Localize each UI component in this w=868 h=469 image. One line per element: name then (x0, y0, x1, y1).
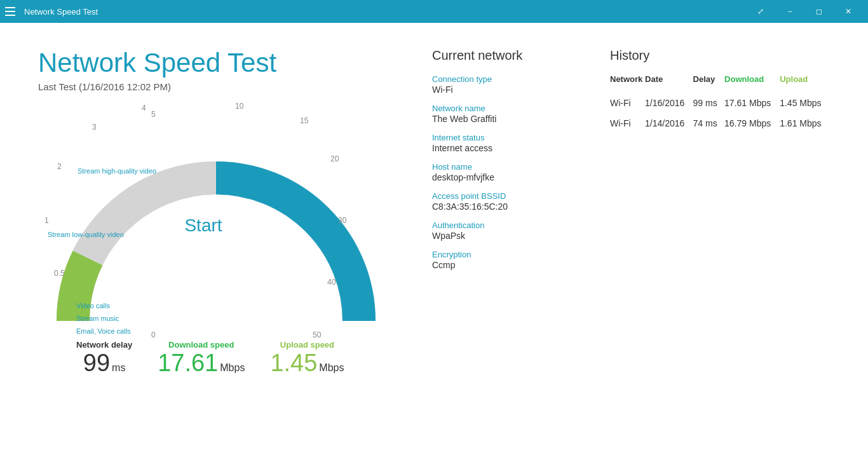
history-row2-upload: 1.61 Mbps (780, 113, 830, 133)
scale-05: 0.5 (54, 269, 65, 278)
scale-15: 15 (300, 116, 308, 125)
stats-row: Network delay 99ms Download speed 17.61M… (38, 340, 413, 377)
col-upload: Upload (780, 74, 830, 90)
delay-value: 99ms (76, 350, 132, 377)
upload-stat: Upload speed 1.45Mbps (270, 340, 344, 377)
titlebar: Network Speed Test ⤢ − ◻ ✕ (0, 0, 868, 23)
download-unit: Mbps (220, 362, 245, 373)
field-network-name-label: Network name (432, 104, 572, 113)
current-network-title: Current network (432, 48, 572, 63)
minimize-button[interactable]: − (775, 0, 804, 23)
upload-label: Upload speed (270, 340, 344, 350)
field-encryption-label: Encryption (432, 250, 572, 259)
gauge-area: 5 10 15 20 30 40 50 4 3 2 1 0.5 0 Stream… (38, 105, 369, 334)
left-panel: Network Speed Test Last Test (1/16/2016 … (38, 48, 413, 450)
field-auth-value: WpaPsk (432, 231, 572, 241)
col-network: Network (610, 74, 645, 90)
delay-label: Network delay (76, 340, 132, 350)
scale-2: 2 (57, 162, 62, 171)
close-button[interactable]: ✕ (834, 0, 863, 23)
field-bssid-label: Access point BSSID (432, 191, 572, 201)
download-label: Download speed (158, 340, 245, 350)
history-row2-network: Wi-Fi (610, 113, 645, 133)
upload-number: 1.45 (270, 350, 317, 376)
scale-1: 1 (44, 216, 49, 225)
field-encryption-value: Ccmp (432, 260, 572, 270)
field-host-name-value: desktop-mfvjfke (432, 172, 572, 182)
history-panel: History Network Date Delay Download Uplo… (610, 48, 830, 450)
titlebar-title: Network Speed Test (24, 7, 746, 17)
field-connection-type-value: Wi-Fi (432, 85, 572, 95)
history-row1-download: 17.61 Mbps (724, 90, 780, 113)
history-row-2: Wi-Fi 1/14/2016 74 ms 16.79 Mbps 1.61 Mb… (610, 113, 830, 133)
app-title: Network Speed Test (38, 48, 413, 78)
history-row1-network: Wi-Fi (610, 90, 645, 113)
field-connection-type-label: Connection type (432, 74, 572, 84)
scale-20: 20 (330, 154, 339, 163)
activity-stream-lq: Stream low-quality video (48, 231, 124, 238)
delay-unit: ms (112, 362, 125, 373)
history-header-row: Network Date Delay Download Upload (610, 74, 830, 90)
scale-3: 3 (92, 123, 97, 132)
col-download: Download (724, 74, 780, 90)
fullscreen-button[interactable]: ⤢ (746, 0, 775, 23)
history-row1-upload: 1.45 Mbps (780, 90, 830, 113)
activity-stream-hq: Stream high-quality video (78, 167, 156, 175)
field-encryption: Encryption Ccmp (432, 250, 572, 270)
field-internet-status-value: Internet access (432, 143, 572, 153)
delay-stat: Network delay 99ms (76, 340, 132, 377)
history-row2-delay: 74 ms (693, 113, 725, 133)
history-row2-download: 16.79 Mbps (724, 113, 780, 133)
field-internet-status-label: Internet status (432, 133, 572, 142)
scale-0: 0 (151, 330, 156, 339)
upload-unit: Mbps (319, 362, 344, 373)
col-delay: Delay (693, 74, 725, 90)
delay-number: 99 (83, 350, 110, 376)
right-side: Current network Connection type Wi-Fi Ne… (413, 48, 830, 450)
scale-30: 30 (338, 216, 346, 225)
field-host-name-label: Host name (432, 162, 572, 172)
last-test: Last Test (1/16/2016 12:02 PM) (38, 81, 413, 92)
scale-5: 5 (151, 110, 156, 119)
main-content: Network Speed Test Last Test (1/16/2016 … (0, 23, 868, 469)
download-value: 17.61Mbps (158, 350, 245, 377)
activity-video-calls: Video calls (76, 302, 110, 309)
activity-stream-music: Stream music (76, 315, 119, 322)
current-network-panel: Current network Connection type Wi-Fi Ne… (432, 48, 572, 450)
download-number: 17.61 (158, 350, 218, 376)
activity-email: Email, Voice calls (76, 327, 131, 335)
start-button[interactable]: Start (184, 215, 222, 236)
download-stat: Download speed 17.61Mbps (158, 340, 245, 377)
field-internet-status: Internet status Internet access (432, 133, 572, 153)
history-row-1: Wi-Fi 1/16/2016 99 ms 17.61 Mbps 1.45 Mb… (610, 90, 830, 113)
window-controls: ⤢ − ◻ ✕ (746, 0, 863, 23)
menu-button[interactable] (5, 5, 18, 18)
scale-50: 50 (313, 330, 321, 339)
maximize-button[interactable]: ◻ (804, 0, 834, 23)
field-bssid-value: C8:3A:35:16:5C:20 (432, 201, 572, 212)
history-row2-date: 1/14/2016 (645, 113, 693, 133)
field-host-name: Host name desktop-mfvjfke (432, 162, 572, 182)
history-row1-delay: 99 ms (693, 90, 725, 113)
col-date: Date (645, 74, 693, 90)
field-network-name-value: The Web Graffiti (432, 114, 572, 124)
field-auth-label: Authentication (432, 221, 572, 230)
field-connection-type: Connection type Wi-Fi (432, 74, 572, 95)
history-title: History (610, 48, 830, 63)
field-network-name: Network name The Web Graffiti (432, 104, 572, 124)
field-authentication: Authentication WpaPsk (432, 221, 572, 241)
scale-4: 4 (142, 104, 146, 112)
scale-40: 40 (327, 278, 336, 287)
scale-10: 10 (235, 102, 243, 111)
history-table: Network Date Delay Download Upload Wi-Fi… (610, 74, 830, 133)
field-bssid: Access point BSSID C8:3A:35:16:5C:20 (432, 191, 572, 212)
history-row1-date: 1/16/2016 (645, 90, 693, 113)
upload-value: 1.45Mbps (270, 350, 344, 377)
